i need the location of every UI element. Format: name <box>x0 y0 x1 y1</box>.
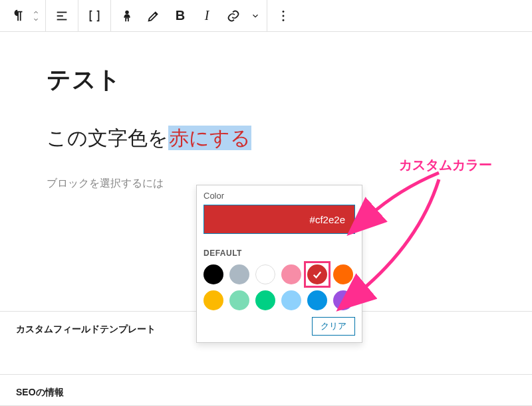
swatch-lightgreen[interactable] <box>229 290 249 310</box>
chevron-up-icon <box>31 9 41 16</box>
align-left-icon <box>55 9 69 23</box>
paragraph-text-before: この文字色を <box>47 127 168 149</box>
color-hex-value: #cf2e2e <box>310 214 345 225</box>
swatch-amber[interactable] <box>203 290 223 310</box>
kebab-icon <box>276 9 291 23</box>
block-type-chevrons[interactable] <box>29 9 43 23</box>
align-button[interactable] <box>49 3 75 29</box>
swatch-purple[interactable] <box>333 290 353 310</box>
popover-footer: クリア <box>203 317 355 336</box>
highlight-button[interactable] <box>140 3 167 29</box>
rubi-icon <box>120 9 134 23</box>
options-button[interactable] <box>270 3 297 29</box>
custom-color-input[interactable]: #cf2e2e <box>203 205 355 234</box>
italic-button[interactable]: I <box>194 3 220 29</box>
toolbar-group-width <box>78 0 111 31</box>
toolbar-group-block <box>3 0 46 31</box>
chevron-down-icon <box>251 9 260 23</box>
paragraph-icon <box>11 9 26 23</box>
swatch-red-selected-frame <box>304 261 331 288</box>
swatch-white[interactable] <box>255 264 275 284</box>
svg-point-4 <box>283 11 285 13</box>
svg-point-6 <box>283 19 285 21</box>
more-rich-text-button[interactable] <box>247 3 264 29</box>
swatch-grid <box>203 264 358 310</box>
swatch-green[interactable] <box>255 290 275 310</box>
swatch-skyblue[interactable] <box>281 290 301 310</box>
highlighter-icon <box>146 9 161 23</box>
paragraph-text-selected: 赤にする <box>168 126 251 150</box>
toolbar-group-formatting: B I <box>111 0 267 31</box>
paragraph-block[interactable]: この文字色を赤にする <box>47 123 485 153</box>
swatch-black[interactable] <box>203 264 223 284</box>
swatch-red[interactable] <box>307 264 327 284</box>
swatch-pink[interactable] <box>281 264 301 284</box>
block-type-button[interactable] <box>5 3 32 29</box>
text-color-popover: Color #cf2e2e DEFAULT クリア <box>196 185 362 343</box>
italic-icon: I <box>205 8 209 23</box>
bold-button[interactable]: B <box>167 3 194 29</box>
chevron-down-icon <box>31 16 41 23</box>
link-icon <box>226 9 241 23</box>
swatch-section-label: DEFAULT <box>203 249 355 258</box>
color-popover-label: Color <box>203 191 355 201</box>
toolbar-group-more <box>267 0 299 31</box>
toolbar-group-align <box>46 0 78 31</box>
check-icon <box>307 264 327 284</box>
block-toolbar: B I <box>0 0 532 32</box>
content-width-button[interactable] <box>81 3 108 29</box>
editor-content: テスト この文字色を赤にする ブロックを選択するには <box>0 64 532 191</box>
svg-point-5 <box>283 15 285 17</box>
metabox-seo[interactable]: SEOの情報 <box>0 374 532 406</box>
swatch-blue[interactable] <box>307 290 327 310</box>
brackets-icon <box>87 9 102 23</box>
swatch-orange[interactable] <box>333 264 353 284</box>
bold-icon: B <box>176 8 185 23</box>
rubi-button[interactable] <box>114 3 140 29</box>
link-button[interactable] <box>220 3 247 29</box>
post-title[interactable]: テスト <box>47 64 485 96</box>
clear-color-button[interactable]: クリア <box>312 317 355 336</box>
swatch-gray[interactable] <box>229 264 249 284</box>
svg-point-3 <box>125 10 129 14</box>
